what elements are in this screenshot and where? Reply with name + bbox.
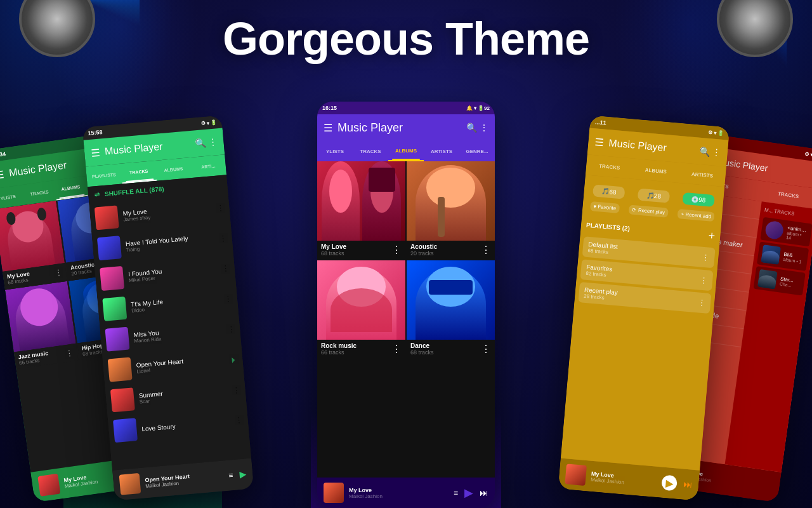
add-playlist-icon[interactable]: + — [708, 229, 716, 243]
phone-3-queue-icon[interactable]: ≡ — [454, 488, 458, 497]
phone-5-icons: ⚙ ▾ 🔋 — [804, 150, 812, 158]
track-more-3[interactable]: ⋮ — [221, 264, 230, 273]
phone-3-album-info-3: Rock music 66 tracks ⋮ — [317, 340, 405, 358]
phone-2-time: 15:58 — [88, 129, 103, 137]
album-item-jazz[interactable]: Jazz music 66 tracks ⋮ — [5, 281, 79, 370]
track-info-7: Summer Scar — [138, 384, 228, 404]
phone-2-play-icon[interactable]: ▶ — [239, 469, 247, 479]
phone-3-tab-playlists[interactable]: YLISTS — [317, 141, 353, 161]
album-cover-1 — [0, 201, 65, 272]
phone-3: 16:15 🔔 ▾ 🔋92 ☰ Music Player 🔍 ⋮ YLISTS … — [317, 102, 495, 508]
phone-3-status: 16:15 🔔 ▾ 🔋92 — [317, 102, 495, 114]
track-thumb-4 — [102, 297, 127, 321]
phone-3-player-song: My Love — [349, 487, 449, 493]
phone-3-album-more-2[interactable]: ⋮ — [481, 244, 491, 256]
phone-1-player-thumb — [37, 474, 60, 497]
phone-2-icons: ⚙ ▾ 🔋 — [200, 119, 217, 126]
phone-1-menu-icon[interactable]: ☰ — [0, 168, 5, 181]
phone-1-time: 16:34 — [0, 150, 6, 159]
track-info-2: Have I Told You Lately Tiaing — [125, 232, 214, 253]
phone-4-title: Music Player — [608, 137, 700, 156]
album-cover-3 — [5, 281, 76, 352]
phone-3-player-controls: ≡ ▶ ⏭ — [454, 486, 488, 500]
track-more-4[interactable]: ⋮ — [225, 294, 233, 304]
phone-3-album-name-3: Rock music — [321, 342, 357, 349]
phone-2-tab-tracks[interactable]: TRACKS — [121, 161, 157, 184]
track-info-5: Miss You Marion Rida — [133, 324, 223, 344]
phone-4-player-info: My Love Maikol Jashion — [591, 470, 657, 488]
phone-4-menu-icon[interactable]: ☰ — [594, 136, 605, 149]
phone-2-player-controls: ≡ ▶ — [228, 469, 247, 480]
phone-3-album-more-1[interactable]: ⋮ — [391, 244, 402, 256]
track-thumb-7 — [110, 387, 135, 412]
shuffle-icon: ⇌ — [95, 191, 100, 199]
phone-3-time: 16:15 — [322, 105, 337, 111]
phone-2-menu-icon[interactable]: ☰ — [90, 146, 100, 159]
track-more-2[interactable]: ⋮ — [219, 234, 227, 243]
mini-track-3[interactable]: Star... Cha... — [754, 266, 806, 296]
phones-container: 16:34 ⚙ ▾ 🔋 ☰ Music Player 🔍 YLISTS TRAC… — [0, 102, 812, 508]
phone-3-header: ☰ Music Player 🔍 ⋮ — [317, 114, 495, 141]
playlist-more-2[interactable]: ⋮ — [700, 276, 708, 285]
playlists-title: PLAYLISTS (2) — [586, 222, 631, 232]
playlist-more-3[interactable]: ⋮ — [697, 298, 705, 307]
phone-3-album-tracks-2: 20 tracks — [410, 250, 437, 257]
phone-3-album-more-3[interactable]: ⋮ — [391, 343, 402, 355]
phone-3-album-4[interactable]: Dance 68 tracks ⋮ — [407, 260, 495, 358]
phone-2-tab-artists[interactable]: ARTI... — [190, 154, 226, 178]
phone-2-player-info: Open Your Heart Maikol Jashion — [145, 470, 224, 489]
phone-4-play-icon[interactable]: ▶ — [661, 475, 678, 491]
album-more-1[interactable]: ⋮ — [54, 267, 63, 277]
phone-3-album-tracks-3: 66 tracks — [321, 349, 357, 356]
phone-3-player-artist: Maikol Jashion — [349, 493, 449, 499]
track-thumb-8 — [113, 418, 138, 443]
album-item-my-love[interactable]: My Love 68 tracks ⋮ — [0, 201, 67, 289]
phone-2-player-thumb — [119, 473, 141, 495]
playlist-more-1[interactable]: ⋮ — [702, 253, 710, 262]
phone-3-album-1[interactable]: My Love 68 tracks ⋮ — [317, 161, 405, 259]
phone-3-content: My Love 68 tracks ⋮ — [317, 161, 495, 478]
phone-2-queue-icon[interactable]: ≡ — [228, 471, 233, 480]
track-thumb-5 — [105, 327, 129, 352]
track-more-5[interactable]: ⋮ — [227, 324, 235, 334]
btn-favorite[interactable]: ♥ Favorite — [590, 201, 620, 213]
phone-4-next-icon[interactable]: ⏭ — [683, 479, 692, 490]
phone-4-content: 🎵68 🎵28 💿98 ♥ Favorite ⟳ Recent play + R… — [561, 175, 724, 470]
track-name-8: Love Stoury — [141, 418, 230, 432]
phone-3-album-info-2: Acoustic 20 tracks ⋮ — [407, 241, 495, 259]
phone-2-title: Music Player — [104, 138, 195, 157]
phone-2-header-icons: 🔍 ⋮ — [195, 137, 218, 149]
phone-2-tab-playlists[interactable]: PLAYLISTS — [86, 164, 122, 187]
stat-2: 🎵28 — [638, 189, 670, 203]
phone-3-menu-icon[interactable]: ☰ — [324, 122, 332, 134]
stat-3: 💿98 — [682, 192, 714, 207]
track-info-8: Love Stoury — [141, 418, 230, 432]
phone-3-tab-albums[interactable]: ALBUMS — [388, 141, 424, 161]
phone-3-album-grid: My Love 68 tracks ⋮ — [317, 161, 495, 358]
track-more-8[interactable]: ⋮ — [235, 415, 243, 425]
phone-3-play-icon[interactable]: ▶ — [464, 486, 473, 500]
phone-3-album-more-4[interactable]: ⋮ — [481, 343, 491, 355]
phone-3-icons: 🔔 ▾ 🔋92 — [466, 105, 490, 111]
phone-3-album-3[interactable]: Rock music 66 tracks ⋮ — [317, 260, 405, 358]
album-more-3[interactable]: ⋮ — [65, 348, 74, 358]
phone-3-album-name-4: Dance — [410, 342, 434, 349]
phone-2-tab-albums[interactable]: ALBUMS — [155, 157, 192, 181]
phone-3-album-info-4: Dance 68 tracks ⋮ — [407, 340, 495, 358]
phone-3-album-tracks-1: 68 tracks — [321, 250, 346, 257]
track-more-6[interactable]: ⏵ — [230, 355, 238, 364]
phone-3-tab-artists[interactable]: ARTISTS — [424, 141, 459, 161]
stat-1: 🎵68 — [593, 184, 625, 199]
phone-3-album-2[interactable]: Acoustic 20 tracks ⋮ — [407, 161, 495, 259]
phone-3-player-thumb — [324, 483, 344, 503]
track-thumb-1 — [95, 205, 119, 230]
phone-3-album-tracks-4: 68 tracks — [410, 349, 434, 356]
phone-4-icons: ⚙ ▾ 🔋 — [708, 129, 724, 136]
phone-3-next-icon[interactable]: ⏭ — [480, 488, 488, 498]
track-thumb-2 — [97, 236, 122, 260]
phone-3-tab-tracks[interactable]: TRACKS — [353, 141, 388, 161]
track-thumb-3 — [100, 266, 124, 291]
phone-3-tab-genre[interactable]: GENRE... — [459, 141, 495, 161]
track-more-1[interactable]: ⋮ — [216, 203, 225, 213]
track-more-7[interactable]: ⋮ — [232, 385, 240, 395]
